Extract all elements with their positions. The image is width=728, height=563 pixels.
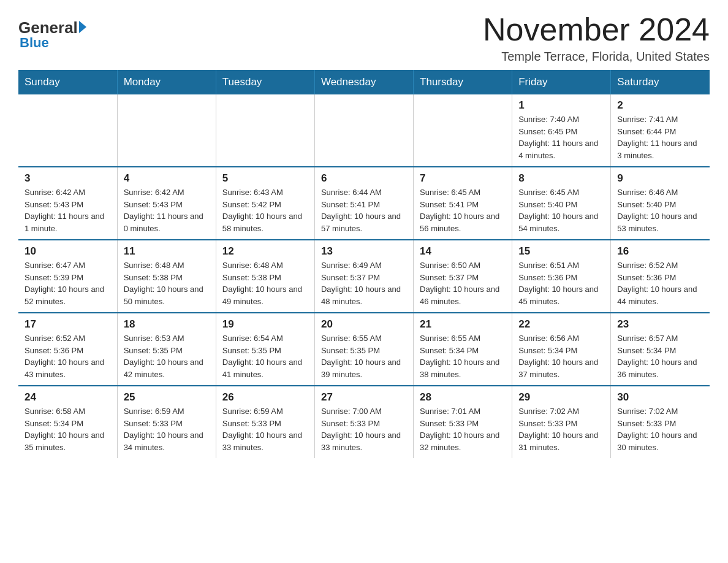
header: General Blue November 2024 Temple Terrac…: [18, 12, 710, 64]
calendar-cell: 2Sunrise: 7:41 AMSunset: 6:44 PMDaylight…: [611, 94, 710, 167]
calendar-cell: 17Sunrise: 6:52 AMSunset: 5:36 PMDayligh…: [18, 313, 117, 386]
day-number: 10: [25, 245, 111, 258]
header-wednesday: Wednesday: [314, 70, 413, 94]
day-number: 2: [617, 99, 703, 112]
day-info: Sunrise: 6:48 AMSunset: 5:38 PMDaylight:…: [124, 259, 210, 307]
day-info: Sunrise: 6:42 AMSunset: 5:43 PMDaylight:…: [124, 186, 210, 234]
calendar-cell: 28Sunrise: 7:01 AMSunset: 5:33 PMDayligh…: [414, 386, 512, 458]
day-info: Sunrise: 6:56 AMSunset: 5:34 PMDaylight:…: [518, 332, 604, 380]
day-number: 29: [518, 391, 604, 404]
day-info: Sunrise: 6:54 AMSunset: 5:35 PMDaylight:…: [222, 332, 308, 380]
calendar-week-1: 1Sunrise: 7:40 AMSunset: 6:45 PMDaylight…: [18, 94, 710, 167]
calendar-cell: 4Sunrise: 6:42 AMSunset: 5:43 PMDaylight…: [117, 167, 216, 240]
day-info: Sunrise: 6:43 AMSunset: 5:42 PMDaylight:…: [222, 186, 308, 234]
header-tuesday: Tuesday: [216, 70, 314, 94]
day-info: Sunrise: 6:55 AMSunset: 5:34 PMDaylight:…: [420, 332, 506, 380]
header-saturday: Saturday: [611, 70, 710, 94]
calendar-cell: 18Sunrise: 6:53 AMSunset: 5:35 PMDayligh…: [117, 313, 216, 386]
calendar-subtitle: Temple Terrace, Florida, United States: [483, 50, 710, 64]
calendar-week-5: 24Sunrise: 6:58 AMSunset: 5:34 PMDayligh…: [18, 386, 710, 458]
calendar-header-row: SundayMondayTuesdayWednesdayThursdayFrid…: [18, 70, 710, 94]
day-number: 11: [124, 245, 210, 258]
day-number: 3: [25, 172, 111, 185]
calendar-cell: 19Sunrise: 6:54 AMSunset: 5:35 PMDayligh…: [216, 313, 314, 386]
day-info: Sunrise: 6:52 AMSunset: 5:36 PMDaylight:…: [25, 332, 111, 380]
header-thursday: Thursday: [414, 70, 512, 94]
calendar-cell: 25Sunrise: 6:59 AMSunset: 5:33 PMDayligh…: [117, 386, 216, 458]
header-friday: Friday: [512, 70, 611, 94]
calendar-cell: [216, 94, 314, 167]
day-info: Sunrise: 6:59 AMSunset: 5:33 PMDaylight:…: [222, 405, 308, 453]
calendar-cell: 3Sunrise: 6:42 AMSunset: 5:43 PMDaylight…: [18, 167, 117, 240]
calendar-cell: [117, 94, 216, 167]
logo: General Blue: [18, 18, 86, 51]
day-info: Sunrise: 6:55 AMSunset: 5:35 PMDaylight:…: [321, 332, 407, 380]
day-number: 26: [222, 391, 308, 404]
calendar-cell: 8Sunrise: 6:45 AMSunset: 5:40 PMDaylight…: [512, 167, 611, 240]
day-number: 24: [25, 391, 111, 404]
day-info: Sunrise: 6:47 AMSunset: 5:39 PMDaylight:…: [25, 259, 111, 307]
calendar-cell: [314, 94, 413, 167]
logo-arrow-icon: [79, 21, 86, 33]
day-number: 17: [25, 318, 111, 331]
header-sunday: Sunday: [18, 70, 117, 94]
day-info: Sunrise: 6:52 AMSunset: 5:36 PMDaylight:…: [617, 259, 703, 307]
logo-blue-text: Blue: [20, 35, 49, 51]
calendar-cell: 12Sunrise: 6:48 AMSunset: 5:38 PMDayligh…: [216, 240, 314, 313]
day-number: 7: [420, 172, 506, 185]
calendar-cell: 26Sunrise: 6:59 AMSunset: 5:33 PMDayligh…: [216, 386, 314, 458]
day-number: 25: [124, 391, 210, 404]
calendar-cell: 6Sunrise: 6:44 AMSunset: 5:41 PMDaylight…: [314, 167, 413, 240]
day-number: 16: [617, 245, 703, 258]
day-info: Sunrise: 6:51 AMSunset: 5:36 PMDaylight:…: [518, 259, 604, 307]
day-number: 19: [222, 318, 308, 331]
day-number: 13: [321, 245, 407, 258]
day-number: 1: [518, 99, 604, 112]
calendar-cell: 9Sunrise: 6:46 AMSunset: 5:40 PMDaylight…: [611, 167, 710, 240]
day-info: Sunrise: 7:02 AMSunset: 5:33 PMDaylight:…: [518, 405, 604, 453]
day-number: 22: [518, 318, 604, 331]
day-number: 27: [321, 391, 407, 404]
calendar-cell: 5Sunrise: 6:43 AMSunset: 5:42 PMDaylight…: [216, 167, 314, 240]
calendar-cell: 30Sunrise: 7:02 AMSunset: 5:33 PMDayligh…: [611, 386, 710, 458]
day-info: Sunrise: 6:45 AMSunset: 5:41 PMDaylight:…: [420, 186, 506, 234]
calendar-cell: 10Sunrise: 6:47 AMSunset: 5:39 PMDayligh…: [18, 240, 117, 313]
day-info: Sunrise: 7:40 AMSunset: 6:45 PMDaylight:…: [518, 113, 604, 161]
calendar-cell: 29Sunrise: 7:02 AMSunset: 5:33 PMDayligh…: [512, 386, 611, 458]
day-info: Sunrise: 7:01 AMSunset: 5:33 PMDaylight:…: [420, 405, 506, 453]
day-info: Sunrise: 7:02 AMSunset: 5:33 PMDaylight:…: [617, 405, 703, 453]
day-info: Sunrise: 6:42 AMSunset: 5:43 PMDaylight:…: [25, 186, 111, 234]
calendar-cell: 7Sunrise: 6:45 AMSunset: 5:41 PMDaylight…: [414, 167, 512, 240]
calendar-cell: 20Sunrise: 6:55 AMSunset: 5:35 PMDayligh…: [314, 313, 413, 386]
title-area: November 2024 Temple Terrace, Florida, U…: [483, 12, 710, 64]
day-info: Sunrise: 6:49 AMSunset: 5:37 PMDaylight:…: [321, 259, 407, 307]
day-number: 30: [617, 391, 703, 404]
day-number: 15: [518, 245, 604, 258]
calendar-week-2: 3Sunrise: 6:42 AMSunset: 5:43 PMDaylight…: [18, 167, 710, 240]
calendar-cell: 13Sunrise: 6:49 AMSunset: 5:37 PMDayligh…: [314, 240, 413, 313]
calendar-title: November 2024: [483, 12, 710, 47]
calendar-week-3: 10Sunrise: 6:47 AMSunset: 5:39 PMDayligh…: [18, 240, 710, 313]
day-info: Sunrise: 6:46 AMSunset: 5:40 PMDaylight:…: [617, 186, 703, 234]
calendar-cell: 11Sunrise: 6:48 AMSunset: 5:38 PMDayligh…: [117, 240, 216, 313]
calendar-cell: 14Sunrise: 6:50 AMSunset: 5:37 PMDayligh…: [414, 240, 512, 313]
calendar-cell: 15Sunrise: 6:51 AMSunset: 5:36 PMDayligh…: [512, 240, 611, 313]
day-info: Sunrise: 7:41 AMSunset: 6:44 PMDaylight:…: [617, 113, 703, 161]
calendar-cell: 1Sunrise: 7:40 AMSunset: 6:45 PMDaylight…: [512, 94, 611, 167]
day-info: Sunrise: 6:57 AMSunset: 5:34 PMDaylight:…: [617, 332, 703, 380]
calendar-cell: 22Sunrise: 6:56 AMSunset: 5:34 PMDayligh…: [512, 313, 611, 386]
day-number: 21: [420, 318, 506, 331]
day-number: 6: [321, 172, 407, 185]
day-info: Sunrise: 6:58 AMSunset: 5:34 PMDaylight:…: [25, 405, 111, 453]
day-info: Sunrise: 7:00 AMSunset: 5:33 PMDaylight:…: [321, 405, 407, 453]
header-monday: Monday: [117, 70, 216, 94]
calendar-table: SundayMondayTuesdayWednesdayThursdayFrid…: [18, 70, 710, 458]
day-info: Sunrise: 6:48 AMSunset: 5:38 PMDaylight:…: [222, 259, 308, 307]
day-number: 4: [124, 172, 210, 185]
day-info: Sunrise: 6:44 AMSunset: 5:41 PMDaylight:…: [321, 186, 407, 234]
calendar-cell: [18, 94, 117, 167]
day-number: 23: [617, 318, 703, 331]
day-number: 9: [617, 172, 703, 185]
day-number: 20: [321, 318, 407, 331]
calendar-week-4: 17Sunrise: 6:52 AMSunset: 5:36 PMDayligh…: [18, 313, 710, 386]
